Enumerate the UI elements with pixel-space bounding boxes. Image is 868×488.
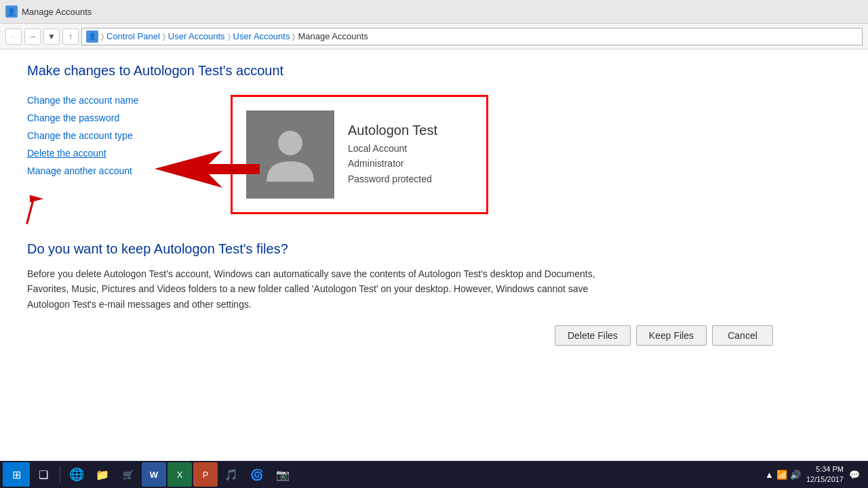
top-section: Change the account name Change the passw… [27, 95, 841, 214]
account-info: Autologon Test Local Account Administrat… [348, 123, 437, 186]
account-card: Autologon Test Local Account Administrat… [231, 95, 488, 214]
keep-files-button[interactable]: Keep Files [636, 325, 707, 346]
forward-button[interactable]: → [24, 28, 41, 45]
change-type-link[interactable]: Change the account type [27, 130, 203, 141]
delete-section: Do you want to keep Autologon Test's fil… [27, 241, 841, 346]
content-wrapper: Make changes to Autologon Test's account… [0, 49, 868, 488]
title-bar: 👤 Manage Accounts [0, 0, 868, 24]
network-icon[interactable]: 📶 [776, 470, 787, 480]
ie-icon[interactable]: 🌐 [64, 462, 89, 487]
notification-icon[interactable]: 💬 [849, 470, 860, 480]
svg-marker-0 [155, 150, 260, 188]
main-content: Make changes to Autologon Test's account… [0, 49, 868, 461]
small-arrow-icon [9, 190, 52, 230]
vlc-icon[interactable]: 🎵 [219, 462, 243, 487]
address-bar: ← → ▼ ↑ 👤 〉 Control Panel 〉 User Account… [0, 24, 868, 49]
chrome-icon[interactable]: 🌀 [245, 462, 269, 487]
task-view-button[interactable]: ❑ [31, 462, 56, 487]
word-icon[interactable]: W [142, 462, 166, 487]
svg-point-3 [278, 131, 302, 155]
account-detail-3: Password protected [348, 171, 437, 186]
taskbar: ⊞ ❑ 🌐 📁 🛒 W X P 🎵 🌀 📷 ▲ 📶 🔊 5:34 PM 12/1… [0, 461, 868, 488]
left-arrow-icon [155, 150, 260, 188]
delete-files-button[interactable]: Delete Files [555, 325, 631, 346]
powerpoint-icon[interactable]: P [193, 462, 218, 487]
left-links-wrapper: Change the account name Change the passw… [27, 95, 203, 214]
breadcrumb-user-accounts-1[interactable]: User Accounts [168, 31, 225, 41]
breadcrumb-bar: 👤 〉 Control Panel 〉 User Accounts 〉 User… [81, 28, 863, 45]
delete-title: Do you want to keep Autologon Test's fil… [27, 241, 841, 257]
svg-marker-2 [26, 190, 43, 205]
title-bar-text: Manage Accounts [22, 7, 92, 17]
explorer-icon[interactable]: 📁 [90, 462, 115, 487]
button-row: Delete Files Keep Files Cancel [27, 325, 773, 346]
delete-description: Before you delete Autologon Test's accou… [27, 266, 604, 312]
change-password-link[interactable]: Change the password [27, 113, 203, 123]
start-button[interactable]: ⊞ [3, 462, 30, 487]
breadcrumb-control-panel[interactable]: Control Panel [106, 31, 160, 41]
tray-icons: ▲ 📶 🔊 [765, 470, 801, 480]
store-icon[interactable]: 🛒 [116, 462, 140, 487]
account-name: Autologon Test [348, 123, 437, 138]
breadcrumb-user-accounts-2[interactable]: User Accounts [233, 31, 290, 41]
back-button[interactable]: ← [5, 28, 22, 45]
account-detail-1: Local Account [348, 141, 437, 156]
taskbar-right: ▲ 📶 🔊 5:34 PM 12/15/2017 💬 [765, 464, 865, 485]
up-button[interactable]: ↑ [62, 28, 79, 45]
taskbar-time[interactable]: 5:34 PM 12/15/2017 [806, 464, 844, 485]
breadcrumb-icon: 👤 [86, 30, 98, 43]
title-bar-icon: 👤 [5, 5, 18, 18]
time-display: 5:34 PM [806, 464, 844, 474]
cancel-button[interactable]: Cancel [712, 325, 773, 346]
account-detail-2: Administrator [348, 156, 437, 171]
volume-icon[interactable]: 🔊 [790, 470, 801, 480]
taskbar-separator [60, 466, 60, 483]
avatar-figure-icon [263, 124, 317, 185]
change-name-link[interactable]: Change the account name [27, 95, 203, 106]
photo-icon[interactable]: 📷 [271, 462, 295, 487]
excel-icon[interactable]: X [167, 462, 192, 487]
section-title: Make changes to Autologon Test's account [27, 63, 841, 79]
dropdown-button[interactable]: ▼ [43, 28, 60, 45]
date-display: 12/15/2017 [806, 474, 844, 485]
tray-expand[interactable]: ▲ [765, 470, 774, 480]
breadcrumb-manage-accounts: Manage Accounts [298, 31, 368, 41]
